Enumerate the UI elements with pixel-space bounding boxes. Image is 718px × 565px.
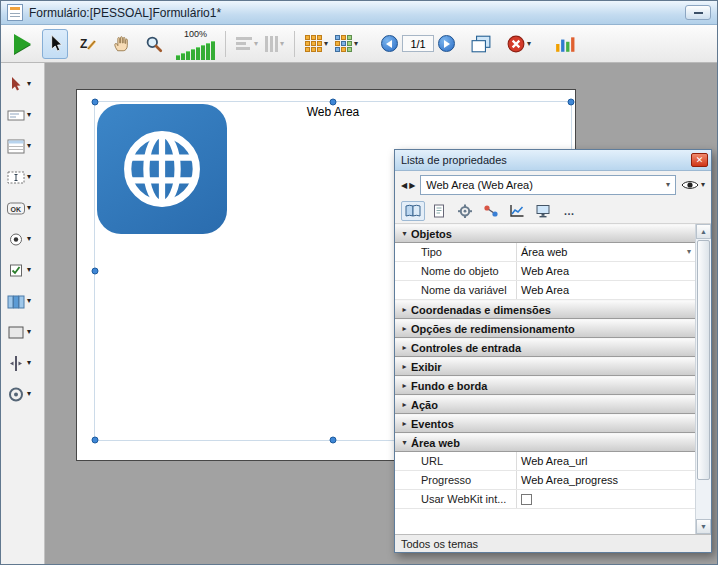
progresso-field[interactable]: Web Area_progress: [517, 474, 695, 486]
tab-chart[interactable]: [505, 201, 529, 221]
selection-handle[interactable]: [92, 99, 99, 106]
badge-tool-button[interactable]: Z: [75, 29, 101, 59]
section-label: Ação: [411, 399, 438, 411]
next-page-button[interactable]: [438, 35, 455, 52]
sidebar-tool-plugin-area[interactable]: ▾: [1, 383, 44, 405]
selection-handle[interactable]: [92, 437, 99, 444]
tab-theme-list[interactable]: [401, 201, 425, 221]
sidebar-tool-checkbox[interactable]: ▾: [1, 259, 44, 281]
section-header-fundo-borda[interactable]: ▸ Fundo e borda: [395, 376, 695, 395]
rectangle-icon: [6, 323, 26, 342]
selected-object-name: Web Area (Web Area): [426, 179, 533, 191]
main-toolbar: Z 100% ▾ ▾ ▾ ▾ 1/1: [1, 25, 717, 63]
chevron-down-icon: ▾: [398, 229, 411, 238]
selection-handle[interactable]: [568, 99, 575, 106]
property-row-progresso: Progresso Web Area_progress: [395, 471, 695, 490]
chevron-down-icon: ▾: [701, 181, 705, 189]
section-header-acao[interactable]: ▸ Ação: [395, 395, 695, 414]
sidebar-tool-pointer[interactable]: ▾: [1, 73, 44, 95]
scrollbar-thumb[interactable]: [697, 240, 710, 480]
tab-page[interactable]: [427, 201, 451, 221]
sidebar-tool-button-bar[interactable]: ▾: [1, 290, 44, 312]
nome-objeto-field[interactable]: Web Area: [517, 265, 695, 277]
plugin-area-icon: [6, 385, 26, 404]
color-scheme-dropdown[interactable]: ▾: [305, 35, 328, 52]
property-rows: ▾ Objetos Tipo Área web ▾ Nome do objeto…: [395, 224, 695, 509]
property-value: Web Area: [521, 284, 569, 296]
chart-button[interactable]: [552, 29, 578, 59]
more-icon: …: [564, 207, 575, 215]
zoom-tool-button[interactable]: [141, 29, 167, 59]
align-icon: [236, 37, 252, 50]
close-icon: ✕: [696, 155, 704, 165]
pointer-tool-icon: [6, 75, 26, 94]
badge-tool-icon: Z: [79, 35, 97, 52]
view-options-dropdown[interactable]: ▾: [335, 35, 358, 52]
minimize-icon: [694, 12, 703, 14]
next-object-button[interactable]: ▶: [409, 181, 415, 190]
property-list-window: Lista de propriedades ✕ ◀ ▶ Web Area (We…: [394, 149, 712, 553]
chevron-right-icon: ▸: [398, 362, 411, 371]
vertical-scrollbar[interactable]: ▲ ▼: [695, 224, 711, 534]
section-header-exibir[interactable]: ▸ Exibir: [395, 357, 695, 376]
collapse-window-button[interactable]: [685, 5, 711, 20]
section-label: Exibir: [411, 361, 442, 373]
section-header-eventos[interactable]: ▸ Eventos: [395, 414, 695, 433]
scroll-up-button[interactable]: ▲: [696, 224, 711, 239]
zoom-level-control[interactable]: 100%: [176, 28, 215, 60]
zoom-bars-icon[interactable]: [176, 41, 215, 60]
sidebar-tool-scroll-area[interactable]: ▾: [1, 166, 44, 188]
chevron-down-icon: ▾: [527, 40, 531, 48]
section-header-area-web[interactable]: ▾ Área web: [395, 433, 695, 452]
cascade-windows-button[interactable]: [468, 29, 494, 59]
sidebar-tool-radio[interactable]: ▾: [1, 228, 44, 250]
sidebar-tool-rectangle[interactable]: ▾: [1, 321, 44, 343]
pointer-tool-button[interactable]: [42, 29, 68, 59]
sidebar-tool-input[interactable]: ▾: [1, 104, 44, 126]
section-header-objetos[interactable]: ▾ Objetos: [395, 224, 695, 243]
chevron-down-icon: ▾: [27, 297, 31, 305]
section-header-controles[interactable]: ▸ Controles de entrada: [395, 338, 695, 357]
sidebar-tool-button[interactable]: OK ▾: [1, 197, 44, 219]
selection-handle[interactable]: [330, 99, 337, 106]
chevron-down-icon: ▾: [666, 181, 670, 189]
tipo-combobox[interactable]: Área web ▾: [517, 246, 695, 258]
selection-handle[interactable]: [92, 268, 99, 275]
pointer-icon: [46, 34, 64, 54]
tab-more[interactable]: …: [557, 201, 581, 221]
visibility-dropdown[interactable]: ▾: [681, 179, 705, 191]
tab-settings[interactable]: [453, 201, 477, 221]
chevron-down-icon: ▾: [27, 80, 31, 88]
sidebar-tool-splitter[interactable]: ▾: [1, 352, 44, 374]
run-form-button[interactable]: [9, 29, 35, 59]
section-header-redimensionamento[interactable]: ▸ Opções de redimensionamento: [395, 319, 695, 338]
chevron-down-icon: ▾: [280, 40, 284, 48]
property-label: Nome do objeto: [395, 262, 517, 280]
tab-display[interactable]: [531, 201, 555, 221]
nome-variavel-field[interactable]: Web Area: [517, 284, 695, 296]
selection-handle[interactable]: [330, 437, 337, 444]
property-label: URL: [395, 452, 517, 470]
section-header-coordenadas[interactable]: ▸ Coordenadas e dimensões: [395, 300, 695, 319]
chevron-right-icon: ▸: [398, 400, 411, 409]
sidebar-tool-listbox[interactable]: ▾: [1, 135, 44, 157]
scroll-down-button[interactable]: ▼: [696, 519, 711, 534]
distribute-icon: [265, 36, 278, 52]
previous-page-button[interactable]: [381, 35, 398, 52]
chevron-right-icon: ▸: [398, 419, 411, 428]
page-indicator: 1/1: [402, 35, 434, 52]
scroll-down-icon: ▼: [700, 523, 707, 530]
stop-dropdown[interactable]: ▾: [507, 35, 531, 53]
previous-object-button[interactable]: ◀: [401, 181, 407, 190]
object-selector-combobox[interactable]: Web Area (Web Area) ▾: [420, 175, 676, 195]
tab-connections[interactable]: [479, 201, 503, 221]
hand-icon: [112, 35, 130, 53]
palette-titlebar[interactable]: Lista de propriedades ✕: [395, 150, 711, 171]
window-titlebar[interactable]: Formulário:[PESSOAL]Formulário1*: [1, 1, 717, 25]
webkit-checkbox[interactable]: [521, 494, 532, 505]
magnifier-icon: [145, 35, 163, 53]
close-button[interactable]: ✕: [691, 153, 708, 167]
chevron-down-icon: ▾: [27, 111, 31, 119]
hand-tool-button[interactable]: [108, 29, 134, 59]
url-field[interactable]: Web Area_url: [517, 455, 695, 467]
